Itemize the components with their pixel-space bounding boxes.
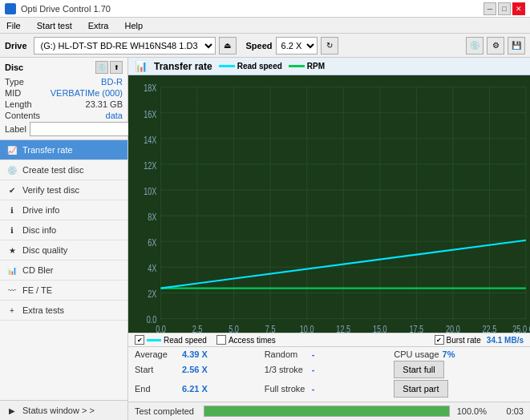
start-full-button[interactable]: Start full (394, 361, 443, 378)
drive-label: Drive (5, 41, 27, 50)
title-bar: Opti Drive Control 1.70 ─ □ ✕ (0, 0, 530, 18)
label-row: Label 🖊 (5, 122, 123, 136)
svg-text:17.5: 17.5 (409, 323, 423, 333)
stroke-key: 1/3 stroke (265, 365, 309, 374)
nav-cd-bler-label: CD Bler (22, 265, 54, 275)
legend-read-speed-text: Read speed (164, 336, 207, 345)
disc-mid-row: MID VERBATIMe (000) (5, 88, 123, 98)
legend-check-burst-rate: ✔ Burst rate 34.1 MB/s (435, 335, 524, 345)
minimize-button[interactable]: ─ (483, 2, 496, 15)
svg-text:12.5: 12.5 (336, 323, 350, 333)
end-val: 6.21 X (182, 384, 218, 394)
menu-extra[interactable]: Extra (85, 20, 112, 31)
end-key: End (135, 384, 179, 394)
nav-fe-te[interactable]: 〰 FE / TE (0, 281, 127, 301)
nav-extra-tests[interactable]: + Extra tests (0, 301, 127, 321)
fe-te-icon: 〰 (6, 285, 18, 296)
disc-length-key: Length (5, 99, 32, 109)
start-part-button[interactable]: Start part (394, 380, 447, 398)
chart-svg: 18X 16X 14X 12X 10X 8X 6X 4X 2X 0.0 0.0 … (128, 75, 530, 333)
legend-read-speed-color (219, 65, 235, 67)
nav-disc-info[interactable]: ℹ Disc info (0, 220, 127, 240)
toolbar: Drive (G:) HL-DT-ST BD-RE WH16NS48 1.D3 … (0, 34, 530, 58)
random-val: - (312, 349, 348, 359)
disc-info-icon[interactable]: 💿 (95, 61, 108, 74)
random-key: Random (265, 349, 309, 359)
svg-text:22.5: 22.5 (483, 323, 497, 333)
close-button[interactable]: ✕ (512, 2, 525, 15)
nav-drive-info[interactable]: ℹ Drive info (0, 200, 127, 220)
stroke-val: - (312, 365, 348, 374)
disc-section: Disc 💿 ⬆ Type BD-R MID VERBATIMe (000) L… (0, 58, 127, 140)
svg-rect-0 (128, 75, 530, 333)
menu-bar: File Start test Extra Help (0, 18, 530, 34)
full-stroke-val: - (312, 384, 348, 394)
disc-length-row: Length 23.31 GB (5, 99, 123, 109)
legend-access-times-text: Access times (229, 336, 276, 345)
eject-button[interactable]: ⏏ (219, 37, 237, 55)
average-val: 4.39 X (182, 349, 218, 359)
disc-mid-key: MID (5, 88, 21, 98)
disc-section-header: Disc 💿 ⬆ (5, 61, 123, 74)
status-window-item[interactable]: ▶ Status window > > (0, 400, 127, 420)
nav-transfer-rate[interactable]: 📈 Transfer rate (0, 140, 127, 160)
start-key: Start (135, 365, 179, 374)
stat-start: Start 2.56 X (135, 365, 265, 374)
menu-file[interactable]: File (3, 20, 24, 31)
maximize-button[interactable]: □ (498, 2, 511, 15)
menu-start-test[interactable]: Start test (34, 20, 75, 31)
svg-text:2X: 2X (148, 289, 157, 300)
legend-row: ✔ Read speed Access times ✔ Burst rate 3… (128, 333, 530, 346)
legend-check-access-times: Access times (216, 335, 276, 345)
burst-rate-checkbox[interactable]: ✔ (435, 335, 444, 345)
chart-header: 📊 Transfer rate Read speed RPM (128, 58, 530, 75)
refresh-button[interactable]: ↻ (321, 37, 338, 55)
legend-burst-rate-text: Burst rate (447, 336, 481, 345)
chart-title: Transfer rate (154, 61, 212, 72)
app-icon (5, 3, 16, 14)
progress-percent: 100.0% (455, 406, 487, 416)
average-key: Average (135, 349, 179, 359)
menu-help[interactable]: Help (121, 20, 146, 31)
legend-rpm: RPM (289, 62, 325, 71)
nav-verify-test-disc-label: Verify test disc (22, 185, 79, 195)
disc-contents-row: Contents data (5, 111, 123, 120)
disc-icon-button[interactable]: 💿 (466, 37, 483, 55)
drive-select[interactable]: (G:) HL-DT-ST BD-RE WH16NS48 1.D3 (34, 37, 216, 55)
disc-mid-val: VERBATIMe (000) (51, 88, 123, 98)
stat-stroke: 1/3 stroke - (265, 365, 394, 374)
access-times-checkbox[interactable] (216, 335, 226, 345)
progress-section: Test completed 100.0% 0:03 (128, 402, 530, 420)
nav-drive-info-label: Drive info (22, 205, 59, 215)
progress-bar-inner (204, 406, 449, 416)
app-title: Opti Drive Control 1.70 (21, 4, 111, 14)
progress-bar-outer (204, 406, 450, 417)
nav-section: 📈 Transfer rate 💿 Create test disc ✔ Ver… (0, 140, 127, 400)
stat-start-part: Start part (394, 380, 524, 398)
svg-text:10.0: 10.0 (300, 323, 314, 333)
nav-create-test-disc[interactable]: 💿 Create test disc (0, 160, 127, 180)
speed-label: Speed (246, 41, 273, 50)
verify-test-disc-icon: ✔ (6, 184, 18, 196)
svg-text:16X: 16X (144, 108, 157, 119)
speed-select[interactable]: 6.2 X (276, 37, 318, 55)
save-button[interactable]: 💾 (508, 37, 525, 55)
nav-cd-bler[interactable]: 📊 CD Bler (0, 260, 127, 281)
legend-rpm-label: RPM (307, 62, 325, 71)
nav-verify-test-disc[interactable]: ✔ Verify test disc (0, 180, 127, 200)
nav-extra-tests-label: Extra tests (22, 305, 64, 315)
label-input[interactable] (30, 122, 136, 136)
start-val: 2.56 X (182, 365, 218, 374)
disc-eject-icon[interactable]: ⬆ (110, 61, 123, 74)
status-window-label: Status window > > (22, 406, 95, 415)
cd-bler-icon: 📊 (6, 265, 18, 276)
svg-text:25.0 GB: 25.0 GB (512, 323, 530, 333)
svg-text:12X: 12X (144, 160, 157, 171)
read-speed-checkbox[interactable]: ✔ (135, 335, 144, 345)
settings-button[interactable]: ⚙ (487, 37, 504, 55)
disc-length-val: 23.31 GB (86, 99, 123, 109)
status-window-icon: ▶ (6, 405, 18, 416)
nav-disc-quality[interactable]: ★ Disc quality (0, 240, 127, 260)
extra-tests-icon: + (6, 305, 18, 316)
svg-text:8X: 8X (148, 211, 157, 222)
